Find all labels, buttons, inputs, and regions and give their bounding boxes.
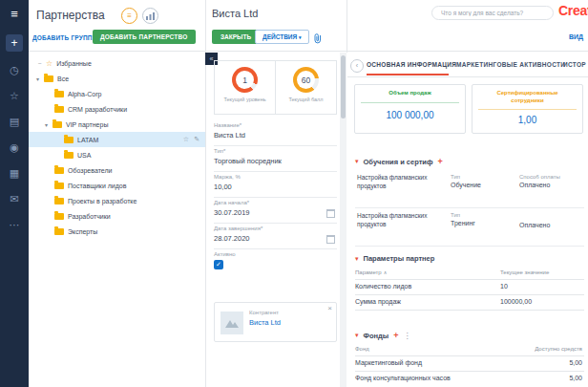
tree-item-label: Избранные <box>56 60 92 67</box>
actions-label: ДЕЙСТВИЯ <box>262 33 297 40</box>
column-value: Обучение <box>451 182 481 188</box>
tree-item-alpha-corp[interactable]: Alpha-Corp <box>29 86 205 101</box>
tree-item-developers[interactable]: Разработчики <box>29 208 205 224</box>
tree-item-projects-in-development[interactable]: Проекты в разработке <box>29 193 205 208</box>
field-end-date: Дата завершения* 28.07.2020 <box>214 224 337 249</box>
quick-add-button[interactable]: + <box>6 34 23 52</box>
tree-item-label: Эксперты <box>68 228 97 235</box>
add-group-button[interactable]: ДОБАВИТЬ ГРУППУ <box>32 34 96 41</box>
add-icon[interactable]: + <box>393 331 398 340</box>
add-icon[interactable]: + <box>438 157 443 166</box>
section-title: Параметры партнер <box>364 254 435 263</box>
main-nav-rail: ≡ + ◷ ☆ ▤ ◉ ▦ ✉ ⋯ <box>0 0 29 387</box>
folder-icon <box>54 183 64 189</box>
training-row[interactable]: Настройка флагманских продуктов Тип Трен… <box>355 208 584 247</box>
folder-icon <box>44 75 53 82</box>
collapse-icon[interactable]: ▾ <box>355 255 359 263</box>
training-row[interactable]: Настройка флагманских продуктов Тип Обуч… <box>355 170 584 208</box>
dashboard-icon[interactable]: ▦ <box>0 161 29 186</box>
list-icon[interactable]: ▤ <box>0 109 29 135</box>
view-button[interactable]: ВИД <box>569 33 583 40</box>
tree-item-all[interactable]: ▾ Все <box>29 71 205 86</box>
menu-small-icon: ≡ <box>127 11 132 20</box>
folder-icon <box>54 167 64 174</box>
calendar-icon[interactable] <box>326 209 335 218</box>
parameter-name: Сумма продаж <box>355 298 401 305</box>
column-header[interactable]: Доступно средств <box>535 346 582 352</box>
field-value[interactable]: 28.07.2020 <box>214 231 337 243</box>
tree-item-lead-providers[interactable]: Поставщики лидов <box>29 178 205 193</box>
tree-item-label: Все <box>57 75 69 82</box>
calendar-icon[interactable] <box>326 235 335 244</box>
gauge-value: 1 <box>236 71 254 89</box>
folders-view-button[interactable]: ≡ <box>121 8 137 24</box>
tab-scroll-left-button[interactable]: ‹ <box>350 59 364 73</box>
tree-item-latam[interactable]: LATAM ☆ ✎ <box>29 132 205 147</box>
add-partnership-button[interactable]: ДОБАВИТЬ ПАРТНЕРСТВО <box>93 30 196 44</box>
field-value[interactable]: 30.07.2019 <box>214 205 337 217</box>
folder-icon <box>64 137 74 143</box>
field-value[interactable]: Виста Ltd <box>214 128 337 140</box>
field-label: Дата завершения* <box>214 224 337 231</box>
more-icon[interactable]: ⋯ <box>0 212 29 238</box>
column-header[interactable]: Текущее значение <box>500 269 549 275</box>
gauge-current-score: 60 Текущий балл <box>275 61 336 114</box>
divider <box>355 310 584 311</box>
tree-item-crm-developers[interactable]: CRM разработчики <box>29 101 205 117</box>
fund-row[interactable]: Фонд консультационных часов 5,00 <box>355 375 584 387</box>
field-value[interactable]: 10,00 <box>214 180 337 191</box>
training-name: Настройка флагманских продуктов <box>357 212 439 229</box>
global-search-input[interactable] <box>431 6 554 20</box>
close-button[interactable]: ЗАКРЫТЬ <box>212 30 260 44</box>
close-icon[interactable]: × <box>327 304 332 312</box>
collapse-icon[interactable]: ▾ <box>355 332 359 339</box>
linked-account-link[interactable]: Виста Ltd <box>249 318 281 327</box>
folder-icon <box>54 106 64 113</box>
favorites-icon[interactable]: ☆ <box>0 83 29 109</box>
field-label: Дата начала* <box>214 198 337 205</box>
metric-accent-line <box>361 102 459 103</box>
tab-marketing-activities[interactable]: МАРКЕТИНГОВЫЕ АКТИВНОСТИ <box>456 61 565 68</box>
field-label: Активно <box>214 249 337 257</box>
tree-item-observers[interactable]: Обозреватели <box>29 162 205 178</box>
tab-history[interactable]: ИСТОР <box>563 61 586 68</box>
collapse-icon[interactable]: ▾ <box>355 158 359 165</box>
folder-icon <box>54 91 64 97</box>
fund-value: 5,00 <box>569 375 582 381</box>
active-checkbox[interactable]: ✓ <box>214 260 223 269</box>
field-value[interactable]: Торговый посредник <box>214 154 337 165</box>
kebab-menu-icon[interactable]: ⋮ <box>403 332 410 340</box>
tab-main-info[interactable]: ОСНОВНАЯ ИНФОРМАЦИЯ <box>367 61 456 68</box>
star-icon[interactable]: ☆ <box>183 136 189 143</box>
mail-icon[interactable]: ✉ <box>0 186 29 212</box>
divider <box>29 51 588 52</box>
fund-name: Маркетинговый фонд <box>355 359 422 366</box>
caret-down-icon[interactable]: ▾ <box>36 75 44 82</box>
contacts-icon[interactable]: ◉ <box>0 135 29 161</box>
tree-item-experts[interactable]: Эксперты <box>29 224 205 239</box>
caret-down-icon[interactable]: ▾ <box>45 121 52 128</box>
column-header[interactable]: Фонд <box>355 346 369 352</box>
column-header[interactable]: Параметр <box>355 269 382 275</box>
scrollbar-thumb[interactable] <box>341 55 346 118</box>
tree-item-vip-partners[interactable]: ▾ VIP партнеры <box>29 117 205 132</box>
tree-item-label: Проекты в разработке <box>68 198 136 204</box>
actions-button[interactable]: ДЕЙСТВИЯ ▾ <box>255 30 309 44</box>
tree-item-favorites[interactable]: – ☆ Избранные <box>29 55 205 71</box>
metric-accent-line <box>478 109 577 110</box>
funds-table-header: Фонд Доступно средств <box>355 346 584 352</box>
divider <box>347 76 588 77</box>
fund-name: Фонд консультационных часов <box>355 375 451 381</box>
edit-icon[interactable]: ✎ <box>194 136 200 143</box>
paperclip-icon[interactable] <box>312 31 323 48</box>
analytics-view-button[interactable] <box>142 8 158 24</box>
menu-icon[interactable]: ≡ <box>0 0 29 29</box>
tree-item-usa[interactable]: USA <box>29 147 205 162</box>
chevron-down-icon: ▾ <box>299 34 302 40</box>
history-icon[interactable]: ◷ <box>0 57 29 83</box>
linked-account-label: Контрагент <box>249 310 279 315</box>
gauges-card: 1 Текущий уровень 60 Текущий балл <box>214 60 337 115</box>
active-tab-underline <box>367 74 449 75</box>
dash-icon: – <box>38 60 46 66</box>
field-label: Маржа, % <box>214 172 337 180</box>
